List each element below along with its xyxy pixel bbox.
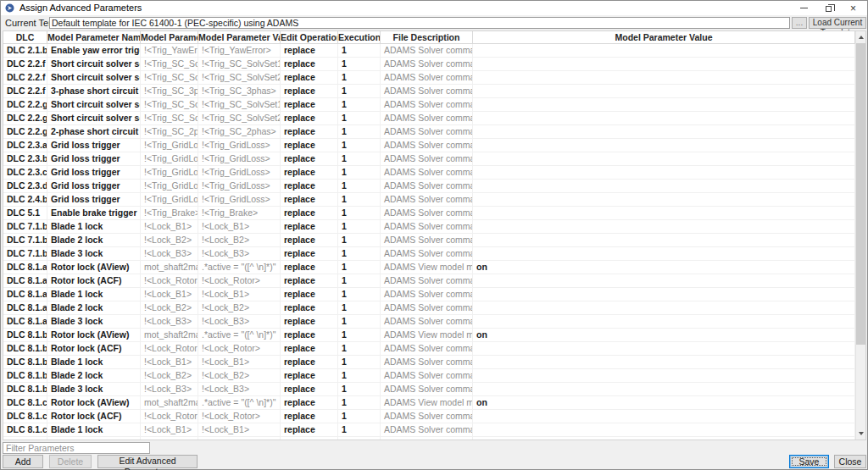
cell-parameter-name[interactable]: Short circuit solver settings line 2 (47, 112, 141, 125)
cell-file-description[interactable]: ADAMS Solver command file (381, 356, 473, 369)
cell-file-description[interactable]: ADAMS Solver command file (381, 369, 473, 383)
cell-execution-order[interactable]: 1 (338, 44, 381, 58)
cell-parameter-name[interactable]: Grid loss trigger (47, 152, 141, 166)
edit-advanced-parameters-button[interactable]: Edit Advanced Parameters (97, 455, 198, 468)
cell-parameter-value[interactable]: on (473, 261, 855, 274)
cell-file-description[interactable]: ADAMS Solver command file (381, 180, 473, 193)
cell-dlc[interactable]: DLC 2.2.g (3, 112, 47, 125)
cell-value-syntax[interactable]: !<Trig_GridLoss> (198, 166, 281, 180)
cell-execution-order[interactable]: 1 (338, 274, 381, 288)
table-row[interactable]: DLC 8.1.a Rotor lock (ACF) !<Lock_Rotor>… (3, 274, 855, 288)
cell-execution-order[interactable]: 1 (338, 315, 381, 329)
cell-file-description[interactable]: ADAMS Solver command file (381, 166, 473, 180)
cell-parameter-value[interactable] (473, 71, 855, 85)
cell-execution-order[interactable]: 1 (338, 98, 381, 112)
cell-execution-order[interactable]: 1 (338, 329, 381, 342)
cell-parameter-key[interactable]: !<Lock_Rotor> (141, 274, 198, 288)
cell-value-syntax[interactable]: !<Lock_B3> (198, 383, 281, 396)
table-row[interactable]: DLC 2.2.f Short circuit solver settings … (3, 71, 855, 85)
cell-parameter-key[interactable]: mot_shaft2mainframe (141, 329, 198, 342)
cell-execution-order[interactable]: 1 (338, 410, 381, 423)
column-header-parameter-value[interactable]: Model Parameter Value (473, 31, 855, 43)
table-row[interactable]: DLC 7.1.b Blade 3 lock !<Lock_B3> !<Lock… (3, 247, 855, 261)
cell-edit-operation[interactable]: replace (281, 247, 338, 261)
column-header-parameter-name[interactable]: Model Parameter Name (47, 31, 141, 43)
cell-edit-operation[interactable]: replace (281, 288, 338, 301)
cell-parameter-name[interactable]: Enable brake trigger (47, 207, 141, 220)
cell-dlc[interactable]: DLC 8.1.b (3, 342, 47, 356)
cell-parameter-name[interactable]: Blade 2 lock (47, 234, 141, 247)
cell-dlc[interactable]: DLC 2.3.d (3, 180, 47, 193)
cell-dlc[interactable]: DLC 8.1.b (3, 369, 47, 383)
cell-edit-operation[interactable]: replace (281, 166, 338, 180)
minimize-button[interactable] (792, 1, 816, 15)
cell-edit-operation[interactable]: replace (281, 98, 338, 112)
cell-parameter-name[interactable]: Blade 1 lock (47, 288, 141, 301)
cell-value-syntax[interactable]: .*active = "([^ \n]*)" (198, 261, 281, 274)
cell-edit-operation[interactable]: replace (281, 112, 338, 125)
cell-file-description[interactable]: ADAMS Solver command file (381, 274, 473, 288)
cell-dlc[interactable]: DLC 2.3.a (3, 139, 47, 152)
cell-parameter-name[interactable]: Grid loss trigger (47, 180, 141, 193)
vertical-scrollbar[interactable] (855, 31, 865, 440)
cell-execution-order[interactable]: 1 (338, 301, 381, 315)
cell-file-description[interactable]: ADAMS Solver command file (381, 193, 473, 207)
cell-execution-order[interactable]: 1 (338, 369, 381, 383)
cell-value-syntax[interactable]: .*active = "([^ \n]*)" (198, 396, 281, 410)
cell-parameter-key[interactable]: !<Lock_B2> (141, 301, 198, 315)
cell-edit-operation[interactable]: replace (281, 180, 338, 193)
cell-edit-operation[interactable]: replace (281, 152, 338, 166)
cell-parameter-key[interactable]: !<Lock_B1> (141, 356, 198, 369)
cell-parameter-value[interactable] (473, 125, 855, 139)
table-row[interactable]: DLC 2.4.b Grid loss trigger !<Trig_GridL… (3, 193, 855, 207)
table-row[interactable]: DLC 7.1.b Blade 1 lock !<Lock_B1> !<Lock… (3, 220, 855, 234)
table-row[interactable]: DLC 8.1.b Blade 3 lock !<Lock_B3> !<Lock… (3, 383, 855, 396)
cell-dlc[interactable]: DLC 8.1.a (3, 261, 47, 274)
cell-dlc[interactable]: DLC 8.1.b (3, 329, 47, 342)
cell-dlc[interactable]: DLC 7.1.b (3, 220, 47, 234)
cell-edit-operation[interactable]: replace (281, 342, 338, 356)
cell-parameter-name[interactable]: Rotor lock (AView) (47, 261, 141, 274)
cell-file-description[interactable]: ADAMS Solver command file (381, 71, 473, 85)
cell-value-syntax[interactable]: !<Lock_B1> (198, 288, 281, 301)
table-row[interactable]: DLC 2.2.f 3-phase short circuit torque o… (3, 85, 855, 98)
cell-parameter-name[interactable]: Rotor lock (AView) (47, 396, 141, 410)
cell-parameter-name[interactable]: Short circuit solver settings line 1 (47, 98, 141, 112)
cell-dlc[interactable]: DLC 8.1.a (3, 274, 47, 288)
column-header-file-description[interactable]: File Description (381, 31, 473, 43)
table-row[interactable]: DLC 2.2.g Short circuit solver settings … (3, 98, 855, 112)
cell-parameter-value[interactable] (473, 193, 855, 207)
cell-edit-operation[interactable]: replace (281, 315, 338, 329)
cell-edit-operation[interactable]: replace (281, 85, 338, 98)
cell-parameter-name[interactable]: Blade 2 lock (47, 369, 141, 383)
table-row[interactable]: DLC 8.1.c Rotor lock (AView) mot_shaft2m… (3, 396, 855, 410)
cell-edit-operation[interactable]: replace (281, 423, 338, 437)
cell-value-syntax[interactable]: !<Lock_B1> (198, 423, 281, 437)
cell-parameter-key[interactable]: !<Lock_B2> (141, 234, 198, 247)
close-dialog-button[interactable]: Close (834, 455, 866, 468)
cell-file-description[interactable]: ADAMS Solver command file (381, 139, 473, 152)
cell-parameter-name[interactable]: Rotor lock (AView) (47, 329, 141, 342)
cell-parameter-value[interactable] (473, 152, 855, 166)
cell-parameter-name[interactable]: Blade 1 lock (47, 356, 141, 369)
cell-file-description[interactable]: ADAMS Solver command file (381, 125, 473, 139)
cell-value-syntax[interactable]: !<Lock_B3> (198, 315, 281, 329)
cell-parameter-value[interactable] (473, 234, 855, 247)
table-row[interactable]: DLC 2.1.b Enable yaw error trigger !<Tri… (3, 44, 855, 58)
cell-parameter-key[interactable]: !<Trig_GridLoss> (141, 139, 198, 152)
cell-dlc[interactable]: DLC 5.1 (3, 207, 47, 220)
cell-execution-order[interactable]: 1 (338, 207, 381, 220)
cell-value-syntax[interactable]: !<Lock_B2> (198, 369, 281, 383)
cell-parameter-key[interactable]: !<Trig_GridLoss> (141, 166, 198, 180)
table-row[interactable]: DLC 2.2.g 2-phase short circuit torque o… (3, 125, 855, 139)
column-header-dlc[interactable]: DLC (3, 31, 47, 43)
cell-edit-operation[interactable]: replace (281, 139, 338, 152)
cell-parameter-name[interactable]: Blade 1 lock (47, 220, 141, 234)
cell-file-description[interactable]: ADAMS Solver command file (381, 288, 473, 301)
cell-file-description[interactable]: ADAMS Solver command file (381, 410, 473, 423)
cell-parameter-name[interactable]: Rotor lock (ACF) (47, 410, 141, 423)
cell-value-syntax[interactable]: !<Trig_SC_SolvSet2> (198, 112, 281, 125)
cell-file-description[interactable]: ADAMS View model modification file (381, 261, 473, 274)
cell-parameter-value[interactable] (473, 383, 855, 396)
cell-dlc[interactable]: DLC 8.1.b (3, 356, 47, 369)
